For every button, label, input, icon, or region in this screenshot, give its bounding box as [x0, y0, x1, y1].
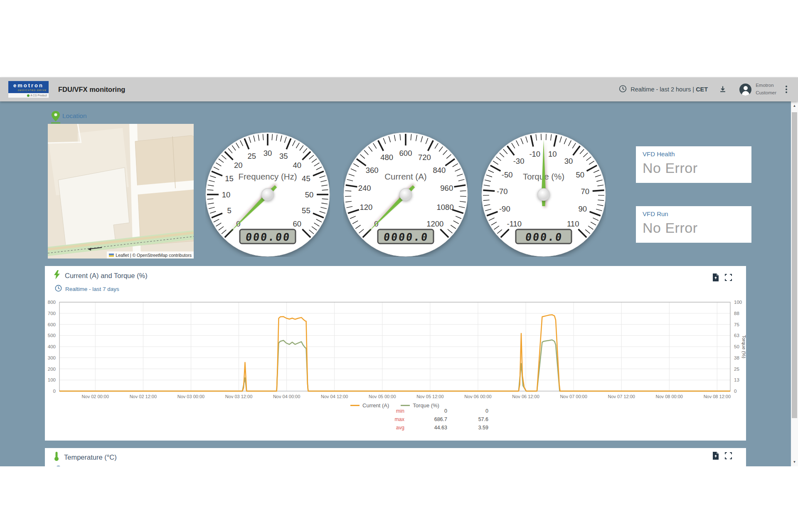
svg-text:70: 70: [581, 187, 589, 196]
realtime-range-label[interactable]: Realtime - last 2 hours | CET: [631, 86, 708, 93]
cg-logo-icon: [27, 94, 30, 97]
vfd-run-value: No Error: [643, 220, 745, 236]
svg-text:88: 88: [734, 311, 739, 316]
scroll-down-arrow[interactable]: ▼: [791, 460, 798, 464]
current-torque-chart: 0010013200253003840050500636007570088800…: [45, 300, 746, 404]
svg-text:50: 50: [576, 170, 584, 179]
svg-text:-50: -50: [502, 170, 513, 179]
svg-text:-70: -70: [497, 187, 508, 196]
svg-text:90: 90: [578, 204, 587, 213]
scrollbar-thumb[interactable]: [792, 112, 797, 418]
svg-text:20: 20: [234, 161, 243, 170]
vfd-run-card: VFD Run No Error: [636, 206, 751, 243]
svg-text:110: 110: [567, 219, 579, 228]
current-gauge: 012024036048060072084096010801200Current…: [343, 132, 468, 257]
svg-text:500: 500: [48, 333, 56, 338]
svg-text:1200: 1200: [426, 219, 443, 228]
chart-legend: Current (A) Torque (%): [59, 402, 730, 409]
download-button[interactable]: [719, 85, 727, 94]
svg-text:360: 360: [366, 166, 379, 175]
page-title: FDU/VFX monitoring: [58, 77, 125, 101]
scroll-up-arrow[interactable]: ▲: [791, 104, 798, 108]
svg-text:Nov 02 00:00: Nov 02 00:00: [82, 394, 109, 399]
temperature-panel-title: Temperature (°C): [54, 451, 117, 463]
vfd-health-title: VFD Health: [643, 150, 745, 158]
svg-text:25: 25: [247, 152, 256, 160]
chart-panel-title: Current (A) and Torque (%): [54, 270, 148, 281]
svg-text:-110: -110: [507, 219, 522, 228]
ukraine-flag-icon: [109, 254, 114, 257]
svg-text:-90: -90: [499, 204, 510, 213]
location-label: Location: [62, 112, 87, 120]
svg-text:Nov 08 12:00: Nov 08 12:00: [704, 394, 731, 399]
temperature-panel: Temperature (°C) Realtime - last 7 days: [45, 448, 746, 466]
stats-row-avg: avg 44.63 3.59: [45, 425, 746, 433]
legend-torque[interactable]: Torque (%): [401, 402, 439, 409]
svg-text:Nov 04 00:00: Nov 04 00:00: [273, 394, 300, 399]
svg-text:0: 0: [53, 389, 56, 394]
vfd-health-card: VFD Health No Error: [636, 146, 751, 183]
app-header: emotron DEDICATED DRIVE A CG Product FDU…: [0, 77, 798, 101]
svg-text:Nov 05 12:00: Nov 05 12:00: [416, 394, 443, 399]
stats-row-min: min 0 0: [45, 408, 746, 416]
svg-text:40: 40: [293, 161, 301, 170]
svg-text:400: 400: [48, 344, 56, 349]
svg-text:60: 60: [293, 219, 301, 228]
svg-text:0000.0: 0000.0: [383, 231, 429, 243]
screen: emotron DEDICATED DRIVE A CG Product FDU…: [0, 0, 798, 532]
export-file-icon[interactable]: [712, 452, 719, 460]
svg-text:Nov 04 12:00: Nov 04 12:00: [321, 394, 348, 399]
chart-panel-subtitle: Realtime - last 7 days: [55, 285, 119, 293]
user-avatar[interactable]: [739, 84, 751, 96]
overflow-menu-button[interactable]: [784, 84, 789, 95]
svg-text:10: 10: [222, 190, 231, 199]
svg-text:25: 25: [734, 367, 739, 372]
thermometer-icon: [54, 451, 59, 463]
emotron-logo[interactable]: emotron DEDICATED DRIVE A CG Product: [8, 81, 49, 98]
svg-text:45: 45: [302, 174, 310, 183]
svg-text:840: 840: [433, 166, 446, 175]
export-file-icon[interactable]: [712, 273, 719, 281]
svg-text:Nov 02 12:00: Nov 02 12:00: [130, 394, 157, 399]
svg-text:240: 240: [358, 184, 371, 192]
location-map[interactable]: Leaflet | © OpenStreetMap contributors: [48, 124, 194, 259]
torque-gauge: -110-90-70-50-30-101030507090110Torque (…: [481, 132, 606, 257]
svg-text:100: 100: [48, 377, 56, 382]
clock-icon: [55, 466, 62, 466]
stats-row-max: max 686.7 57.6: [45, 416, 746, 425]
fullscreen-icon[interactable]: [725, 452, 732, 459]
svg-text:600: 600: [399, 149, 412, 158]
svg-text:Nov 08 00:00: Nov 08 00:00: [656, 394, 683, 399]
logo-brand-text: emotron: [8, 81, 49, 89]
svg-text:10: 10: [548, 150, 557, 158]
current-torque-panel: Current (A) and Torque (%) Realtime - la…: [45, 266, 746, 441]
svg-text:30: 30: [264, 149, 272, 158]
svg-text:-10: -10: [529, 150, 540, 158]
svg-text:800: 800: [48, 300, 56, 305]
svg-text:480: 480: [380, 153, 393, 162]
svg-text:-30: -30: [513, 157, 525, 165]
location-pin-icon: [51, 111, 61, 126]
user-name: Emotron Customer: [756, 82, 776, 97]
svg-text:Nov 05 00:00: Nov 05 00:00: [369, 394, 396, 399]
svg-text:Nov 06 12:00: Nov 06 12:00: [512, 394, 539, 399]
vertical-scrollbar[interactable]: ▲ ▼: [791, 101, 798, 466]
temperature-panel-subtitle: Realtime - last 7 days: [55, 466, 119, 466]
svg-text:Nov 07 12:00: Nov 07 12:00: [608, 394, 635, 399]
svg-text:000.0: 000.0: [525, 231, 564, 243]
svg-text:Frequency (Hz): Frequency (Hz): [238, 172, 297, 181]
legend-dash-torque: [401, 405, 410, 406]
svg-text:50: 50: [305, 190, 314, 199]
svg-text:30: 30: [564, 157, 573, 165]
svg-text:120: 120: [360, 203, 372, 212]
clock-icon: [55, 285, 62, 293]
map-tiles: [48, 124, 194, 259]
svg-text:000.00: 000.00: [245, 231, 291, 243]
svg-text:200: 200: [48, 367, 56, 372]
fullscreen-icon[interactable]: [725, 274, 732, 281]
dashboard-content: Location Leaflet: [0, 101, 791, 466]
legend-current[interactable]: Current (A): [350, 402, 389, 409]
map-attribution: Leaflet | © OpenStreetMap contributors: [107, 251, 194, 259]
logo-tagline: DEDICATED DRIVE: [8, 89, 49, 91]
svg-text:300: 300: [48, 355, 56, 360]
